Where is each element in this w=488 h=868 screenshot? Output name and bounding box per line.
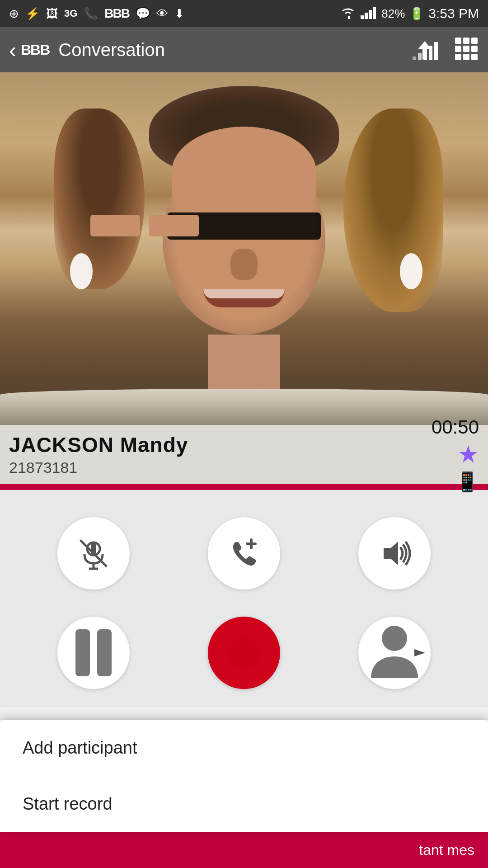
svg-rect-17 xyxy=(471,54,478,60)
contact-photo xyxy=(0,72,488,425)
call-timer: 00:50 xyxy=(432,416,479,438)
add-call-icon xyxy=(226,535,262,571)
wifi-icon xyxy=(340,5,356,22)
speaker-button[interactable] xyxy=(358,517,431,590)
battery-icon: 🔋 xyxy=(409,7,424,21)
more-icon xyxy=(358,617,431,689)
add-participant-item[interactable]: Add participant xyxy=(0,720,488,776)
contact-info-right: 00:50 ★ 📱 xyxy=(432,416,479,493)
svg-rect-12 xyxy=(455,46,461,52)
phone-type-icon: 📱 xyxy=(455,471,479,493)
status-bar-left: ⊕ ⚡ 🖼 3G 📞 BBB 💬 👁 ⬇ xyxy=(9,6,184,21)
svg-rect-8 xyxy=(434,42,438,60)
svg-rect-26 xyxy=(75,629,90,676)
contact-number: 21873181 xyxy=(9,459,432,476)
svg-rect-15 xyxy=(455,54,461,60)
app-bar-title: Conversation xyxy=(58,40,409,60)
clock: 3:53 PM xyxy=(428,6,479,21)
record-dot xyxy=(228,637,260,669)
contact-info-bar: JACKSON Mandy 21873181 00:50 ★ 📱 xyxy=(0,425,488,484)
mute-button[interactable] xyxy=(57,517,130,590)
more-button[interactable] xyxy=(358,617,431,689)
svg-rect-6 xyxy=(423,49,427,60)
svg-rect-27 xyxy=(97,629,112,676)
app-bar-actions xyxy=(409,37,479,63)
svg-rect-10 xyxy=(463,38,469,44)
top-controls-row xyxy=(18,517,470,590)
record-button[interactable] xyxy=(208,617,280,689)
speaker-icon xyxy=(376,535,413,571)
image-icon: 🖼 xyxy=(46,7,58,21)
signal-bars xyxy=(361,5,377,22)
start-record-item[interactable]: Start record xyxy=(0,776,488,832)
mute-icon xyxy=(75,535,112,571)
controls-area xyxy=(0,490,488,707)
hold-button[interactable] xyxy=(57,617,130,689)
add-icon: ⊕ xyxy=(9,7,19,21)
3g-icon: 3G xyxy=(64,8,77,19)
back-button[interactable]: ‹ xyxy=(9,38,16,62)
download-icon: ⬇ xyxy=(174,7,184,21)
svg-rect-2 xyxy=(369,10,372,19)
svg-rect-0 xyxy=(361,15,364,19)
message-icon: 💬 xyxy=(136,7,150,21)
contact-info-left: JACKSON Mandy 21873181 xyxy=(9,433,432,476)
favorite-star-icon[interactable]: ★ xyxy=(458,441,479,468)
svg-rect-9 xyxy=(455,38,461,44)
svg-rect-16 xyxy=(463,54,469,60)
svg-point-28 xyxy=(382,626,407,651)
bottom-controls-row xyxy=(18,617,470,689)
add-call-button[interactable] xyxy=(208,517,280,590)
status-bar: ⊕ ⚡ 🖼 3G 📞 BBB 💬 👁 ⬇ 82% 🔋 3:53 PM xyxy=(0,0,488,27)
bbb-icon: BBB xyxy=(104,6,129,21)
usb-icon: ⚡ xyxy=(25,7,40,21)
bottom-bar: tant mes xyxy=(0,832,488,868)
svg-rect-14 xyxy=(471,46,478,52)
bottom-bar-text: tant mes xyxy=(419,842,474,859)
wifi-signal-icon[interactable] xyxy=(409,37,441,63)
svg-rect-1 xyxy=(365,13,368,19)
svg-marker-25 xyxy=(384,542,398,565)
phone-icon: 📞 xyxy=(84,7,98,21)
contact-name: JACKSON Mandy xyxy=(9,433,432,457)
status-bar-right: 82% 🔋 3:53 PM xyxy=(340,5,479,22)
svg-rect-5 xyxy=(418,53,422,60)
eye-icon: 👁 xyxy=(156,7,168,21)
svg-rect-7 xyxy=(429,46,432,60)
app-bar: ‹ BBB Conversation xyxy=(0,27,488,72)
svg-rect-11 xyxy=(471,38,478,44)
svg-rect-3 xyxy=(373,7,376,19)
hold-icon xyxy=(57,617,130,689)
svg-rect-4 xyxy=(413,57,416,60)
grid-icon[interactable] xyxy=(454,37,479,63)
dropdown-menu: Add participant Start record xyxy=(0,720,488,832)
battery-percent: 82% xyxy=(381,7,405,21)
svg-marker-29 xyxy=(414,649,425,656)
svg-rect-13 xyxy=(463,46,469,52)
app-logo: BBB xyxy=(21,42,49,58)
red-divider xyxy=(0,484,488,490)
